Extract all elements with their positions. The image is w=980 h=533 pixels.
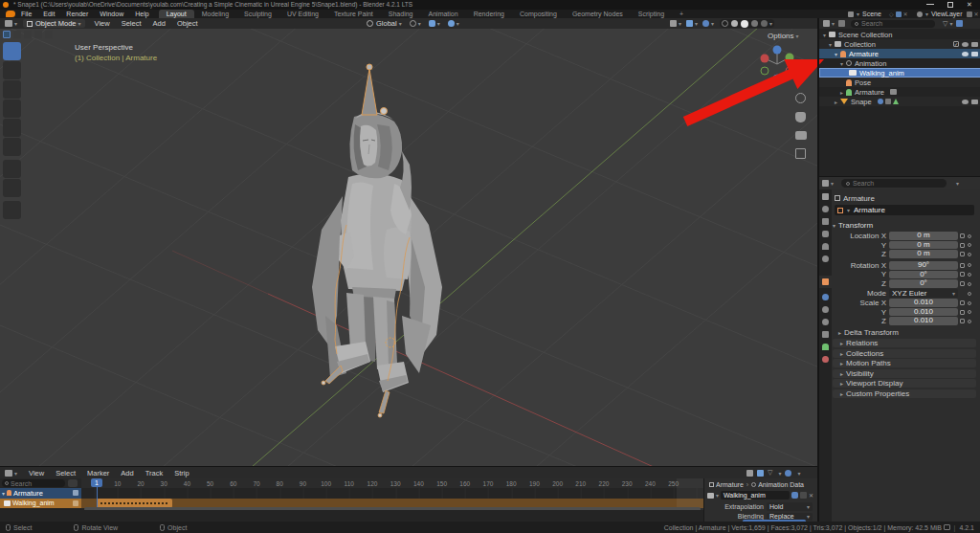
animate-dot[interactable] <box>968 263 971 267</box>
minimize-button[interactable] <box>926 4 934 5</box>
tab-world[interactable] <box>822 255 829 262</box>
maximize-button[interactable] <box>947 2 953 8</box>
tab-view-layer[interactable] <box>822 231 829 237</box>
scene-selector[interactable]: ▾ Scene ◇ ✕ <box>848 10 908 18</box>
copy-icon[interactable] <box>800 492 807 499</box>
field-rotation-x[interactable]: Rotation X 90° <box>835 261 978 270</box>
tool-add-cube[interactable] <box>3 201 21 219</box>
tab-shading[interactable]: Shading <box>381 10 421 18</box>
viewlayer-selector[interactable]: ▾ ViewLayer ✕ <box>917 10 979 18</box>
viewport-menu-view[interactable]: View <box>89 19 116 28</box>
nla-editor-icon[interactable] <box>5 470 12 477</box>
nla-overlap-icon[interactable] <box>757 470 764 477</box>
outliner-row-walking-anim[interactable]: Walking_anim <box>819 68 980 78</box>
outliner-row-animation[interactable]: ▾ Animation <box>819 58 980 68</box>
mode-icon-4[interactable] <box>34 31 42 38</box>
show-gizmo-icon[interactable] <box>670 20 677 27</box>
lock-icon[interactable] <box>960 281 965 286</box>
tab-layout[interactable]: Layout <box>159 10 194 18</box>
navigation-gizmo[interactable] <box>754 41 800 87</box>
tab-rendering[interactable]: Rendering <box>466 10 512 18</box>
tab-scripting[interactable]: Scripting <box>631 10 672 18</box>
checkbox-icon[interactable]: ✓ <box>953 41 959 47</box>
section-viewport-display[interactable]: ▸Viewport Display <box>833 379 976 388</box>
nla-view-icon[interactable] <box>785 470 791 477</box>
lock-icon[interactable] <box>960 319 965 323</box>
tab-tool[interactable] <box>822 193 829 200</box>
menu-window[interactable]: Window <box>94 11 129 17</box>
nla-filter-toggle-icon[interactable] <box>68 479 78 487</box>
divider-viewport-nla[interactable] <box>0 466 819 467</box>
divider-vertical[interactable] <box>817 18 819 522</box>
blender-menu-logo-icon[interactable] <box>6 11 15 17</box>
perspective-toggle-icon[interactable] <box>795 148 806 159</box>
camera-view-icon[interactable] <box>795 131 807 140</box>
camera-visibility-icon[interactable] <box>971 52 978 56</box>
fake-user-shield-icon[interactable] <box>791 492 798 499</box>
action-name-field[interactable]: Walking_anim <box>721 491 790 500</box>
new-viewlayer-icon[interactable] <box>967 11 972 17</box>
pan-hand-icon[interactable] <box>795 112 806 122</box>
playhead-frame-badge[interactable]: 1 <box>91 478 102 487</box>
field-scale-z[interactable]: Z 0.010 <box>835 317 978 325</box>
nla-ruler[interactable]: 1020304050607080901001101201301401501601… <box>81 478 703 488</box>
pin-icon[interactable]: ◇ <box>889 11 894 17</box>
section-motion-paths[interactable]: ▸Motion Paths <box>833 359 976 367</box>
outliner-row-scene-collection[interactable]: ▾ Scene Collection <box>819 30 980 39</box>
outliner-options-icon[interactable] <box>956 20 963 27</box>
tab-scene[interactable] <box>822 243 829 250</box>
transform-panel-header[interactable]: ▾ Transform <box>833 220 873 230</box>
nla-pin-icon[interactable] <box>73 500 78 506</box>
field-rotation-z[interactable]: Z 0° <box>835 279 978 288</box>
tab-data[interactable] <box>822 344 829 350</box>
animate-dot[interactable] <box>968 301 971 305</box>
camera-visibility-icon[interactable] <box>971 100 978 104</box>
select-mode-icon[interactable] <box>3 31 11 38</box>
tab-object-active[interactable] <box>819 276 832 288</box>
outliner-row-snape[interactable]: ▸ Snape <box>819 97 980 106</box>
tab-texture-paint[interactable]: Texture Paint <box>326 10 381 18</box>
extrapolation-dropdown[interactable]: Hold▾ <box>767 502 813 511</box>
unlink-icon[interactable]: ✕ <box>809 492 813 499</box>
nla-channel-armature[interactable]: ▾ Armature <box>0 488 81 499</box>
tab-sculpting[interactable]: Sculpting <box>236 10 279 18</box>
viewport-menu-add[interactable]: Add <box>147 19 171 28</box>
outliner-row-armature-object[interactable]: ▾ Armature <box>819 49 980 58</box>
lock-icon[interactable] <box>960 310 965 315</box>
tab-compositing[interactable]: Compositing <box>512 10 565 18</box>
nla-h-scrollbar[interactable] <box>84 507 701 510</box>
orientation-dropdown[interactable]: Global <box>376 19 397 28</box>
add-workspace-button[interactable]: + <box>672 10 691 18</box>
properties-editor-icon[interactable] <box>822 180 829 187</box>
tab-geometry-nodes[interactable]: Geometry Nodes <box>565 10 631 18</box>
tab-modifiers[interactable] <box>822 294 829 300</box>
section-delta-transform[interactable]: ▸Delta Transform <box>838 328 899 337</box>
field-scale-y[interactable]: Y 0.010 <box>835 308 978 317</box>
editor-type-icon[interactable] <box>5 20 12 27</box>
nla-snap-icon[interactable] <box>746 470 753 477</box>
lock-icon[interactable] <box>960 252 965 256</box>
nla-menu-select[interactable]: Select <box>50 469 81 477</box>
tool-cursor[interactable] <box>3 61 21 79</box>
tool-move[interactable] <box>3 80 21 99</box>
options-dropdown[interactable]: Options▾ <box>768 32 799 40</box>
tab-output[interactable] <box>822 218 829 225</box>
nla-filter-icon[interactable]: ▽ <box>768 469 772 477</box>
shading-solid-icon[interactable] <box>731 20 738 27</box>
section-relations[interactable]: ▸Relations <box>833 339 976 347</box>
eye-icon[interactable] <box>962 52 969 56</box>
tab-modeling[interactable]: Modeling <box>194 10 236 18</box>
object-name-field[interactable]: ▾ Armature <box>835 205 974 215</box>
eye-icon[interactable] <box>962 42 969 47</box>
viewport-3d[interactable]: ▾ Object Mode▾ View Select Add Object Gl… <box>0 18 819 467</box>
mode-dropdown[interactable]: Object Mode▾ <box>23 19 85 28</box>
nla-menu-track[interactable]: Track <box>140 469 168 477</box>
viewport-menu-select[interactable]: Select <box>116 19 147 28</box>
field-rotation-y[interactable]: Y 0° <box>835 270 978 278</box>
animate-dot[interactable] <box>968 253 971 256</box>
eye-icon[interactable] <box>962 100 969 104</box>
filter-icon[interactable]: ▽ <box>943 20 947 28</box>
xray-toggle-icon[interactable] <box>702 20 709 27</box>
tab-particles[interactable] <box>822 306 829 313</box>
tab-animation[interactable]: Animation <box>421 10 466 18</box>
